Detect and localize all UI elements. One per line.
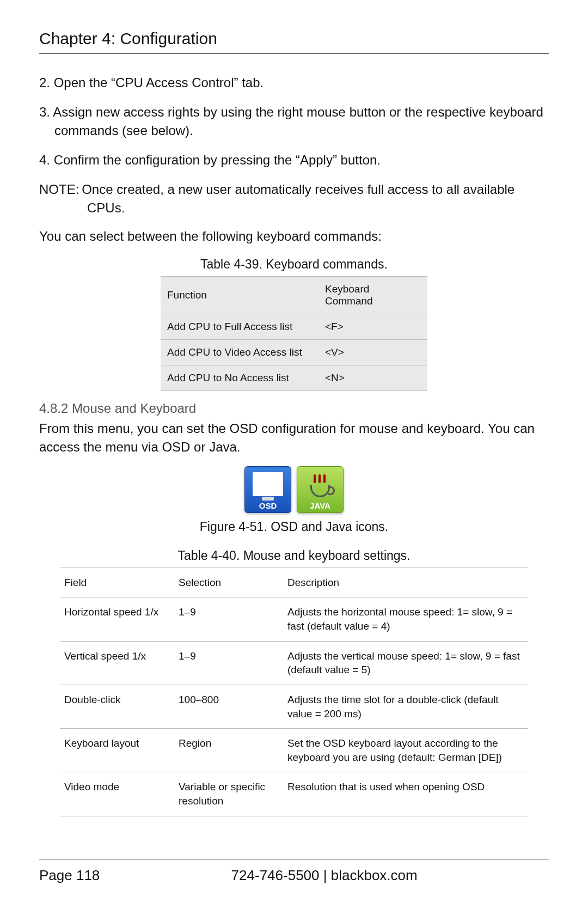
table-cell: Add CPU to No Access list: [161, 365, 318, 391]
table-cell: Add CPU to Video Access list: [161, 339, 318, 365]
note-text: NOTE: Once created, a new user automatic…: [39, 180, 549, 217]
table-cell: Horizontal speed 1/x: [60, 597, 174, 641]
steam-icon: [314, 474, 316, 483]
table-row: Add CPU to Full Access list <F>: [161, 314, 427, 339]
table-cell: Region: [174, 729, 283, 772]
table-cell: Resolution that is used when opening OSD: [283, 772, 528, 816]
table-cell: <F>: [318, 314, 427, 339]
table-row: Horizontal speed 1/x 1–9 Adjusts the hor…: [60, 597, 528, 641]
footer-sep: |: [320, 867, 331, 883]
step-4: 4. Confirm the configuration by pressing…: [39, 151, 549, 169]
icons-row: OSD JAVA: [39, 466, 549, 513]
table-cell: <V>: [318, 339, 427, 365]
table-row: Vertical speed 1/x 1–9 Adjusts the verti…: [60, 641, 528, 685]
table-cell: Adjusts the horizontal mouse speed: 1= s…: [283, 597, 528, 641]
table-cell: Set the OSD keyboard layout according to…: [283, 729, 528, 772]
java-icon-label: JAVA: [310, 501, 330, 510]
table-40-caption: Table 4-40. Mouse and keyboard settings.: [39, 548, 549, 563]
java-icon: JAVA: [297, 466, 344, 513]
figure-51-caption: Figure 4-51. OSD and Java icons.: [39, 520, 549, 534]
section-4-8-2-heading: 4.8.2 Mouse and Keyboard: [39, 401, 549, 416]
table-39-caption: Table 4-39. Keyboard commands.: [39, 257, 549, 272]
table-row: Video mode Variable or specific resoluti…: [60, 772, 528, 816]
table-cell: <N>: [318, 365, 427, 391]
footer-site: blackbox.com: [331, 867, 418, 883]
table-cell: Add CPU to Full Access list: [161, 314, 318, 339]
table-cell: 1–9: [174, 641, 283, 685]
step-2: 2. Open the “CPU Access Control” tab.: [39, 74, 549, 92]
table-40: Field Selection Description Horizontal s…: [60, 568, 528, 816]
page-footer: Page 118 724-746-5500 | blackbox.com: [39, 859, 549, 884]
table-cell: Variable or specific resolution: [174, 772, 283, 816]
table-row: Add CPU to No Access list <N>: [161, 365, 427, 391]
table-cell: 1–9: [174, 597, 283, 641]
table-39-head-command: Keyboard Command: [318, 276, 427, 314]
table-40-head-description: Description: [283, 568, 528, 597]
table-39-head-function: Function: [161, 276, 318, 314]
table-row: Keyboard layout Region Set the OSD keybo…: [60, 729, 528, 772]
step-3: 3. Assign new access rights by using the…: [39, 103, 549, 140]
table-cell: Double-click: [60, 685, 174, 728]
table-cell: 100–800: [174, 685, 283, 728]
table-cell: Video mode: [60, 772, 174, 816]
table-row: Add CPU to Video Access list <V>: [161, 339, 427, 365]
table-cell: Adjusts the vertical mouse speed: 1= slo…: [283, 641, 528, 685]
osd-icon: OSD: [244, 466, 291, 513]
table-row: Double-click 100–800 Adjusts the time sl…: [60, 685, 528, 728]
monitor-icon: [253, 472, 283, 496]
table-39: Function Keyboard Command Add CPU to Ful…: [161, 276, 427, 391]
footer-phone: 724-746-5500: [231, 867, 320, 883]
table-cell: Adjusts the time slot for a double-click…: [283, 685, 528, 728]
table-40-head-field: Field: [60, 568, 174, 597]
chapter-title: Chapter 4: Configuration: [39, 29, 549, 54]
table-cell: Keyboard layout: [60, 729, 174, 772]
cup-icon: [310, 485, 330, 497]
table-cell: Vertical speed 1/x: [60, 641, 174, 685]
page-number: Page 118: [39, 867, 100, 884]
table-40-head-selection: Selection: [174, 568, 283, 597]
osd-icon-label: OSD: [259, 501, 277, 510]
footer-contact: 724-746-5500 | blackbox.com: [100, 867, 549, 884]
section-4-8-2-body: From this menu, you can set the OSD conf…: [39, 419, 549, 456]
keyboard-commands-leadin: You can select between the following key…: [39, 227, 549, 246]
